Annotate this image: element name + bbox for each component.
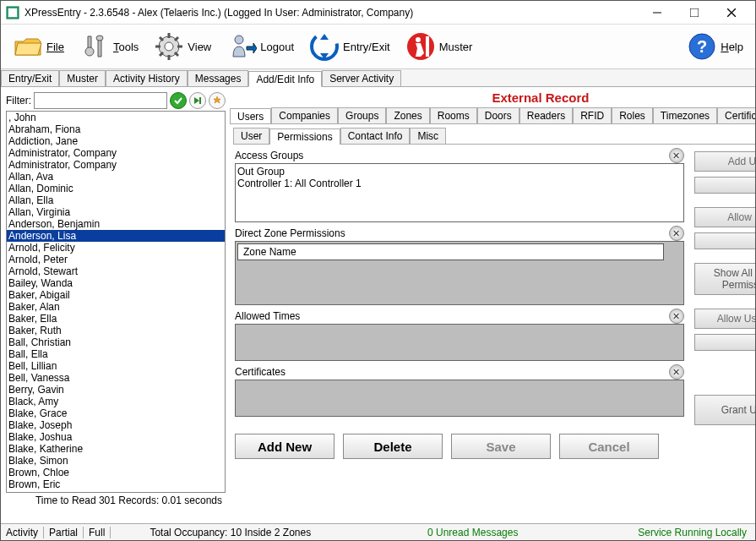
user-list-row[interactable]: Arnold, Felicity	[7, 242, 225, 254]
sub-tab-doors[interactable]: Doors	[477, 107, 519, 123]
user-list-row[interactable]: Anderson, Benjamin	[7, 218, 225, 230]
user-list-row[interactable]: Administrator, Company	[7, 159, 225, 171]
status-full[interactable]: Full	[84, 527, 111, 538]
user-list-row[interactable]: , John	[7, 112, 225, 123]
main-tab-messages[interactable]: Messages	[188, 70, 249, 86]
access-group-item[interactable]: Controller 1: All Controller 1	[237, 178, 682, 189]
sub-sub-tab-contact-info[interactable]: Contact Info	[340, 128, 411, 144]
user-list-row[interactable]: Blake, Joshua	[7, 431, 225, 443]
user-list-row[interactable]: Blake, Grace	[7, 407, 225, 419]
sub-tab-rooms[interactable]: Rooms	[430, 107, 477, 123]
user-list-row[interactable]: Brown, Eric	[7, 478, 225, 490]
muster-button[interactable]: Muster	[400, 30, 478, 63]
sub-tab-groups[interactable]: Groups	[338, 107, 386, 123]
sub-tab-rfid[interactable]: RFID	[573, 107, 612, 123]
user-list-row[interactable]: Brown, Chloe	[7, 467, 225, 478]
user-list-row[interactable]: Baker, Ella	[7, 313, 225, 325]
sub-tab-certificates[interactable]: Certificates	[717, 107, 756, 123]
svg-rect-22	[426, 36, 429, 57]
grant-user-certificate-button[interactable]: Grant User Certificate	[694, 395, 756, 425]
user-list-row[interactable]: Ball, Christian	[7, 336, 225, 348]
add-user-to-group-button[interactable]: Add User to Group	[694, 151, 756, 172]
tools-menu[interactable]: Tools	[74, 30, 144, 63]
minimize-button[interactable]	[639, 1, 676, 25]
show-all-zones-button[interactable]: Show All Zones User has Permission to Ac…	[694, 263, 756, 295]
user-list-row[interactable]: Bell, Lillian	[7, 360, 225, 372]
user-list-row[interactable]: Administrator, Company	[7, 147, 225, 159]
main-tab-server-activity[interactable]: Server Activity	[322, 70, 401, 86]
access-groups-remove-button[interactable]: ✕	[669, 148, 684, 163]
filter-star-button[interactable]	[209, 92, 226, 109]
close-button[interactable]	[713, 1, 750, 25]
sub-sub-tab-permissions[interactable]: Permissions	[269, 128, 340, 145]
allow-user-to-zone-button[interactable]: Allow User to Zone	[694, 207, 756, 227]
user-list-row[interactable]: Allan, Ella	[7, 194, 225, 206]
delete-button[interactable]: Delete	[343, 434, 443, 459]
sub-tab-zones[interactable]: Zones	[386, 107, 429, 123]
sub-tab-roles[interactable]: Roles	[612, 107, 653, 123]
access-group-item[interactable]: Out Group	[237, 166, 682, 178]
cancel-button[interactable]: Cancel	[559, 434, 659, 459]
status-activity[interactable]: Activity	[1, 527, 44, 538]
user-list-row[interactable]: Baker, Alan	[7, 301, 225, 313]
filter-input[interactable]	[34, 92, 167, 109]
user-list-row[interactable]: Baker, Abigail	[7, 289, 225, 301]
direct-zone-remove-button[interactable]: ✕	[669, 226, 684, 241]
main-tab-muster[interactable]: Muster	[59, 70, 106, 86]
user-list-row[interactable]: Bailey, Wanda	[7, 277, 225, 289]
logout-button[interactable]: Logout	[221, 30, 299, 63]
certificates-grid[interactable]	[235, 380, 684, 417]
sub-tab-timezones[interactable]: Timezones	[653, 107, 717, 123]
user-list-row[interactable]: Allan, Virginia	[7, 206, 225, 218]
file-menu[interactable]: File	[8, 30, 69, 63]
timezone-dropdown[interactable]	[694, 334, 756, 351]
sub-sub-tab-user[interactable]: User	[233, 128, 269, 144]
user-list-row[interactable]: Blake, Simon	[7, 455, 225, 467]
add-new-button[interactable]: Add New	[235, 434, 334, 459]
user-list-row[interactable]: Allan, Dominic	[7, 183, 225, 194]
user-list-row[interactable]: Arnold, Peter	[7, 254, 225, 265]
allowed-times-remove-button[interactable]: ✕	[669, 309, 684, 324]
user-list-row[interactable]: Abraham, Fiona	[7, 123, 225, 135]
gear-icon	[154, 31, 184, 62]
sub-tab-readers[interactable]: Readers	[519, 107, 573, 123]
certificates-remove-button[interactable]: ✕	[669, 364, 684, 380]
main-tab-entry-exit[interactable]: Entry/Exit	[1, 70, 59, 86]
user-list-row[interactable]: Berry, Gavin	[7, 384, 225, 396]
status-partial[interactable]: Partial	[44, 527, 84, 538]
allow-user-to-timezone-button[interactable]: Allow User to Timezone	[694, 309, 756, 329]
entry-exit-button[interactable]: Entry/Exit	[304, 30, 395, 63]
direct-zone-grid[interactable]: Zone Name	[235, 241, 684, 305]
user-list-row[interactable]: Allan, Ava	[7, 171, 225, 183]
user-list-row[interactable]: Ball, Ella	[7, 348, 225, 360]
group-dropdown[interactable]	[694, 177, 756, 194]
read-time-label: Time to Read 301 Records: 0.01 seconds	[6, 493, 226, 508]
maximize-button[interactable]	[676, 1, 713, 25]
user-list-row[interactable]: Anderson, Lisa	[7, 230, 225, 242]
zone-name-header: Zone Name	[237, 243, 664, 260]
sub-tab-users[interactable]: Users	[230, 108, 271, 124]
user-list[interactable]: , JohnAbraham, FionaAddiction, JaneAdmin…	[6, 111, 226, 493]
user-list-row[interactable]: Blake, Katherine	[7, 443, 225, 455]
filter-apply-button[interactable]	[170, 92, 187, 109]
filter-next-button[interactable]	[189, 92, 206, 109]
access-groups-section: Access Groups ✕ Out GroupController 1: A…	[235, 148, 684, 222]
view-menu[interactable]: View	[149, 30, 216, 63]
allowed-times-grid[interactable]	[235, 324, 684, 361]
access-groups-list[interactable]: Out GroupController 1: All Controller 1	[235, 163, 684, 222]
zone-dropdown[interactable]	[694, 232, 756, 249]
user-list-row[interactable]: Baker, Ruth	[7, 325, 225, 336]
save-button[interactable]: Save	[451, 434, 551, 459]
help-menu[interactable]: ? Help	[682, 30, 748, 63]
user-list-row[interactable]: Arnold, Stewart	[7, 265, 225, 277]
user-list-row[interactable]: Blake, Joseph	[7, 419, 225, 431]
status-unread-messages[interactable]: 0 Unread Messages	[422, 527, 523, 538]
user-list-row[interactable]: Addiction, Jane	[7, 135, 225, 147]
user-list-row[interactable]: Black, Amy	[7, 396, 225, 407]
sub-sub-tab-misc[interactable]: Misc	[410, 128, 446, 144]
entry-exit-label: Entry/Exit	[343, 41, 390, 53]
main-tab-add-edit-info[interactable]: Add/Edit Info	[248, 71, 322, 87]
user-list-row[interactable]: Bell, Vanessa	[7, 372, 225, 384]
sub-tab-companies[interactable]: Companies	[271, 107, 338, 123]
main-tab-activity-history[interactable]: Activity History	[106, 70, 188, 86]
